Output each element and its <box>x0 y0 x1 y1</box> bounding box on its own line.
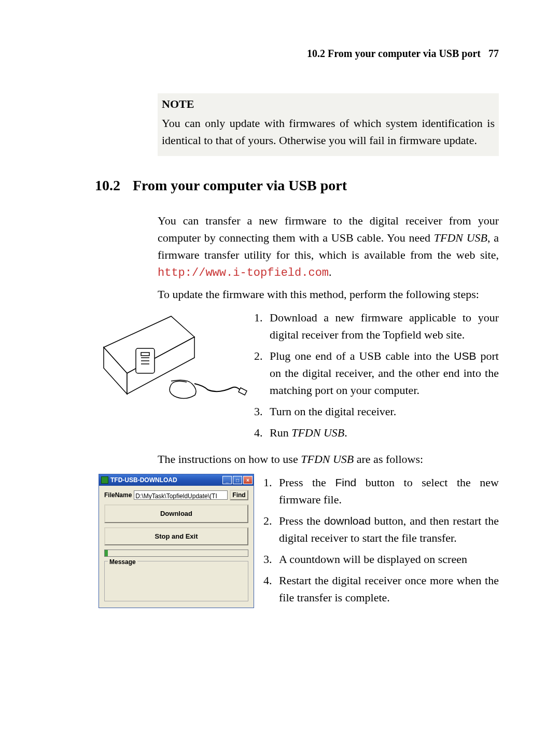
page-header: 10.2 From your computer via USB port 77 <box>88 46 499 61</box>
filename-input[interactable]: D:\MyTask\TopfieldUpdate\(TI <box>134 490 228 500</box>
step-b2: Press the download button, and then rest… <box>263 512 499 546</box>
step-a2: Plug one end of a USB cable into the USB… <box>254 347 499 399</box>
note-label: NOTE <box>162 95 495 112</box>
step-a3: Turn on the digital receiver. <box>254 403 499 420</box>
step-a1: Download a new firmware applicable to yo… <box>254 309 499 343</box>
close-button[interactable]: × <box>243 476 253 484</box>
intro-paragraph-1: You can transfer a new firmware to the d… <box>158 212 499 281</box>
steps-list-b: Press the Find button to select the new … <box>263 474 499 606</box>
usb-port-label: USB <box>454 350 476 362</box>
header-page-number: 77 <box>488 48 499 59</box>
intro-paragraph-2: To update the firmware with this method,… <box>158 286 499 303</box>
usb-diagram <box>99 309 254 419</box>
find-button-ref: Find <box>335 476 356 488</box>
minimize-button[interactable]: _ <box>222 476 232 484</box>
download-button-ref: download <box>324 515 371 527</box>
progress-bar <box>104 550 248 557</box>
app-icon <box>101 476 108 484</box>
tfd-usb-window: TFD-USB-DOWNLOAD _ □ × FileName D:\MyTas… <box>99 474 254 608</box>
section-number: 10.2 <box>88 175 133 196</box>
step-a4: Run TFDN USB. <box>254 424 499 441</box>
mid-instruction-line: The instructions on how to use TFDN USB … <box>158 451 499 468</box>
step-b4: Restart the digital receiver once more w… <box>263 572 499 606</box>
window-titlebar: TFD-USB-DOWNLOAD _ □ × <box>99 474 254 486</box>
header-section-ref: 10.2 From your computer via USB port <box>307 48 481 59</box>
step-b1: Press the Find button to select the new … <box>263 474 499 508</box>
filename-label: FileName <box>104 490 132 500</box>
steps-list-a: Download a new firmware applicable to yo… <box>254 309 499 441</box>
find-button[interactable]: Find <box>230 490 248 500</box>
message-label: Message <box>108 557 137 567</box>
tfdn-usb-name: TFDN USB <box>434 231 487 244</box>
maximize-button[interactable]: □ <box>233 476 242 484</box>
note-text: You can only update with firmwares of wh… <box>162 115 495 149</box>
section-heading: 10.2 From your computer via USB port <box>88 175 499 196</box>
topfield-url[interactable]: http://www.i-topfield.com <box>158 266 329 279</box>
download-button[interactable]: Download <box>104 504 248 523</box>
message-box: Message <box>104 561 248 601</box>
stop-and-exit-button[interactable]: Stop and Exit <box>104 527 248 546</box>
window-title: TFD-USB-DOWNLOAD <box>110 475 222 485</box>
step-b3: A countdown will be displayed on screen <box>263 551 499 568</box>
section-title: From your computer via USB port <box>133 175 347 196</box>
note-block: NOTE You can only update with firmwares … <box>158 93 499 156</box>
